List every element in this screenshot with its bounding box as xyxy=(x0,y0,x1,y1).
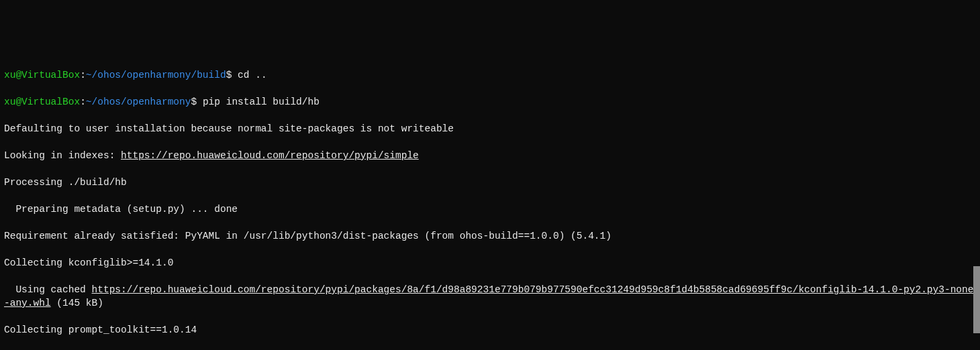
prompt-user: xu@VirtualBox xyxy=(4,70,80,80)
prompt-line-1: xu@VirtualBox:~/ohos/openharmony/build$ … xyxy=(4,68,976,82)
command-text: cd .. xyxy=(238,70,267,80)
prompt-path: ~/ohos/openharmony/build xyxy=(86,70,226,80)
prompt-path: ~/ohos/openharmony xyxy=(86,97,191,107)
prompt-line-2: xu@VirtualBox:~/ohos/openharmony$ pip in… xyxy=(4,95,976,109)
index-url-link[interactable]: https://repo.huaweicloud.com/repository/… xyxy=(121,150,419,161)
scrollbar-thumb[interactable] xyxy=(973,266,980,333)
prompt-user: xu@VirtualBox xyxy=(4,97,80,107)
output-line: Using cached https://repo.huaweicloud.co… xyxy=(4,283,976,310)
command-text: pip install build/hb xyxy=(203,97,320,107)
output-line: Processing ./build/hb xyxy=(4,176,976,189)
output-line: Collecting prompt_toolkit==1.0.14 xyxy=(4,323,976,337)
output-line: Looking in indexes: https://repo.huaweic… xyxy=(4,149,976,162)
terminal-output[interactable]: xu@VirtualBox:~/ohos/openharmony/build$ … xyxy=(4,55,976,350)
output-line: Defaulting to user installation because … xyxy=(4,122,976,135)
output-line: Collecting kconfiglib>=14.1.0 xyxy=(4,256,976,270)
output-line: Requirement already satisfied: PyYAML in… xyxy=(4,229,976,243)
output-line: Preparing metadata (setup.py) ... done xyxy=(4,202,976,216)
package-url-link[interactable]: https://repo.huaweicloud.com/repository/… xyxy=(4,284,973,308)
